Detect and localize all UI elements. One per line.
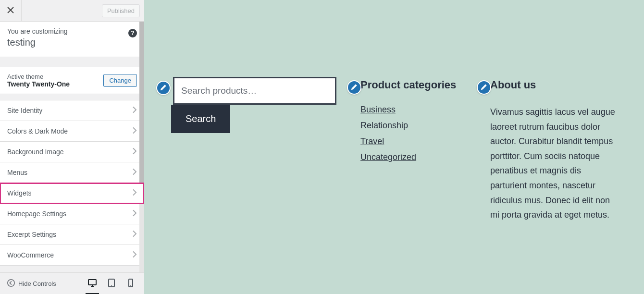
menu-item-menus[interactable]: Menus — [0, 162, 144, 183]
chevron-right-icon — [131, 230, 138, 239]
edit-widget-button[interactable] — [347, 80, 361, 95]
chevron-right-icon — [131, 127, 138, 136]
categories-title: Product categories — [360, 79, 466, 91]
categories-widget: Product categories BusinessRelationshipT… — [360, 77, 466, 222]
svg-rect-1 — [88, 280, 96, 285]
category-link[interactable]: Uncategorized — [360, 152, 416, 162]
active-theme-label: Active theme — [7, 73, 70, 80]
chevron-right-icon — [131, 209, 138, 219]
menu-item-label: Site Identity — [7, 107, 42, 114]
chevron-right-icon — [131, 168, 138, 177]
menu-item-label: Homepage Settings — [7, 210, 66, 218]
search-button[interactable]: Search — [171, 105, 230, 133]
list-item: Relationship — [360, 121, 466, 131]
about-text: Vivamus sagittis lacus vel augue laoreet… — [490, 105, 615, 222]
menu-item-excerpt-settings[interactable]: Excerpt Settings — [0, 224, 144, 245]
collapse-icon — [7, 279, 15, 289]
spacer — [0, 57, 144, 67]
menu-item-label: WooCommerce — [7, 251, 54, 259]
device-desktop-button[interactable] — [83, 273, 102, 294]
menu-item-label: Excerpt Settings — [7, 231, 56, 238]
menu-item-label: Background Image — [7, 148, 64, 156]
category-link[interactable]: Travel — [360, 136, 384, 146]
list-item: Business — [360, 105, 466, 115]
sidebar-topbar: Published — [0, 0, 144, 22]
pencil-icon — [351, 84, 358, 92]
scrollbar-thumb[interactable] — [139, 22, 144, 195]
desktop-icon — [87, 278, 97, 289]
list-item: Uncategorized — [360, 152, 466, 162]
preview-pane: Search Product categories BusinessRelati… — [144, 0, 644, 294]
menu-item-widgets[interactable]: Widgets — [0, 183, 144, 204]
menu-item-background-image[interactable]: Background Image — [0, 142, 144, 162]
customizing-label: You are customizing — [7, 27, 137, 35]
search-input[interactable] — [174, 78, 335, 103]
mobile-icon — [126, 278, 136, 289]
customizer-sidebar: Published ? You are customizing testing … — [0, 0, 144, 294]
sidebar-scroll: Published ? You are customizing testing … — [0, 0, 144, 272]
tablet-icon — [107, 278, 116, 289]
chevron-right-icon — [131, 106, 138, 115]
pencil-icon — [481, 84, 487, 92]
search-widget: Search — [173, 77, 336, 222]
customizer-menu: Site IdentityColors & Dark ModeBackgroun… — [0, 100, 144, 266]
category-link[interactable]: Relationship — [360, 121, 408, 130]
intro-section: ? You are customizing testing — [0, 22, 144, 57]
hide-controls-button[interactable]: Hide Controls — [4, 279, 59, 289]
close-icon — [7, 7, 14, 15]
chevron-right-icon — [131, 147, 138, 157]
chevron-right-icon — [131, 251, 138, 260]
svg-point-3 — [111, 285, 112, 286]
sidebar-footer: Hide Controls — [0, 272, 144, 294]
hide-controls-label: Hide Controls — [18, 280, 56, 287]
site-name: testing — [7, 37, 137, 48]
help-icon[interactable]: ? — [128, 29, 137, 37]
theme-row: Active theme Twenty Twenty-One Change — [0, 67, 144, 94]
menu-item-label: Widgets — [7, 189, 32, 197]
list-item: Travel — [360, 136, 466, 147]
widgets-row: Search Product categories BusinessRelati… — [144, 77, 644, 222]
menu-item-woocommerce[interactable]: WooCommerce — [0, 245, 144, 266]
svg-point-5 — [130, 285, 131, 286]
spacer — [0, 94, 144, 100]
about-title: About us — [490, 79, 615, 91]
edit-widget-button[interactable] — [156, 81, 171, 95]
device-mobile-button[interactable] — [121, 273, 140, 294]
category-link[interactable]: Business — [360, 105, 396, 114]
change-theme-button[interactable]: Change — [103, 74, 137, 87]
svg-point-0 — [8, 279, 14, 286]
menu-item-label: Menus — [7, 169, 27, 176]
categories-list: BusinessRelationshipTravelUncategorized — [360, 105, 466, 162]
theme-name: Twenty Twenty-One — [7, 80, 70, 88]
edit-widget-button[interactable] — [477, 80, 491, 95]
sidebar-scrollbar[interactable] — [139, 22, 144, 272]
about-widget: About us Vivamus sagittis lacus vel augu… — [490, 77, 615, 222]
theme-info: Active theme Twenty Twenty-One — [7, 73, 70, 88]
menu-item-homepage-settings[interactable]: Homepage Settings — [0, 204, 144, 224]
search-box — [173, 77, 336, 105]
close-button[interactable] — [0, 0, 22, 22]
menu-item-colors-dark-mode[interactable]: Colors & Dark Mode — [0, 121, 144, 142]
device-tablet-button[interactable] — [102, 273, 121, 294]
published-button[interactable]: Published — [102, 4, 140, 17]
pencil-icon — [160, 84, 167, 92]
chevron-right-icon — [131, 189, 138, 198]
menu-item-site-identity[interactable]: Site Identity — [0, 100, 144, 121]
menu-item-label: Colors & Dark Mode — [7, 127, 68, 135]
